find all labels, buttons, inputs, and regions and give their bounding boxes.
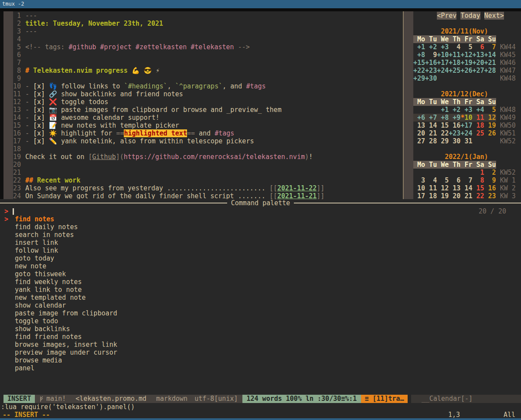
palette-item[interactable]: search in notes: [15, 231, 117, 239]
calendar-day[interactable]: +24: [460, 129, 472, 137]
editor-line[interactable]: 21: [0, 169, 403, 176]
calendar-day[interactable]: +2: [449, 106, 460, 114]
calendar-day[interactable]: +23: [449, 129, 460, 137]
editor-line[interactable]: 23Also see my progress from yesterday ..…: [0, 184, 403, 192]
calendar-day[interactable]: +8: [413, 51, 425, 59]
calendar-day[interactable]: +4: [472, 106, 484, 114]
editor-line[interactable]: 19Check it out on [Github](https://githu…: [0, 153, 403, 161]
calendar-day[interactable]: +30: [425, 75, 437, 82]
git-branch-name[interactable]: main!: [46, 395, 66, 403]
calendar-day[interactable]: 11: [425, 184, 437, 192]
palette-item[interactable]: find daily notes: [15, 223, 117, 231]
calendar-day[interactable]: 13: [413, 122, 425, 129]
calendar-day[interactable]: 26: [484, 129, 496, 137]
calendar-day[interactable]: 11: [472, 114, 484, 122]
editor-line[interactable]: 3---: [0, 27, 403, 35]
palette-item[interactable]: browse images, insert link: [15, 341, 117, 349]
calendar-day[interactable]: 12: [484, 114, 496, 122]
editor-line[interactable]: 22## Recent work: [0, 176, 403, 184]
calendar-day[interactable]: 19: [484, 122, 496, 129]
calendar-day[interactable]: +27: [472, 67, 484, 75]
calendar-day[interactable]: 15: [437, 122, 449, 129]
palette-item[interactable]: goto thisweek: [15, 270, 117, 278]
calendar-day[interactable]: 13: [449, 184, 460, 192]
editor-line[interactable]: 2title: Tuesday, November 23th, 2021: [0, 20, 403, 27]
palette-item[interactable]: goto today: [15, 254, 117, 262]
calendar-day[interactable]: 7: [484, 43, 496, 51]
editor-line[interactable]: 18: [0, 145, 403, 153]
calendar-day[interactable]: 20: [413, 129, 425, 137]
calendar-day[interactable]: 14: [460, 184, 472, 192]
editor-line[interactable]: 15- [x] 📝 new notes with template picker: [0, 122, 403, 129]
calendar-day[interactable]: +8: [437, 114, 449, 122]
calendar-day[interactable]: 14: [425, 122, 437, 129]
calendar-day[interactable]: +22: [413, 67, 425, 75]
calendar-day[interactable]: +9: [449, 114, 460, 122]
palette-prompt-row[interactable]: > 20 / 20: [0, 207, 521, 215]
editor-line[interactable]: 7: [0, 59, 403, 67]
calendar-day[interactable]: 2: [484, 169, 496, 176]
calendar-day[interactable]: 9: [484, 176, 496, 184]
calendar-day[interactable]: 30: [449, 137, 460, 145]
calendar-day[interactable]: +17: [460, 122, 472, 129]
statusline-window-name[interactable]: __Calendar[-]: [411, 395, 521, 403]
calendar-day[interactable]: 4: [425, 176, 437, 184]
palette-item[interactable]: new note: [15, 262, 117, 270]
calendar-day[interactable]: +17: [437, 59, 449, 67]
calendar-day[interactable]: 12: [437, 184, 449, 192]
calendar-day[interactable]: 29: [437, 137, 449, 145]
calendar-day[interactable]: +11: [449, 51, 460, 59]
calendar-day[interactable]: 15: [472, 184, 484, 192]
palette-item[interactable]: yank link to note: [15, 286, 117, 294]
palette-item[interactable]: show calendar: [15, 301, 117, 309]
calendar-day[interactable]: 18: [472, 122, 484, 129]
calendar-day[interactable]: 22: [472, 192, 484, 199]
calendar-day[interactable]: 5: [484, 106, 496, 114]
editor-line[interactable]: 4: [0, 35, 403, 43]
palette-item[interactable]: find friend notes: [15, 333, 117, 341]
calendar-day[interactable]: 10: [413, 184, 425, 192]
calendar-day[interactable]: 7: [460, 176, 472, 184]
calendar-day[interactable]: +24: [437, 67, 449, 75]
editor-line[interactable]: 11- [x] 🔗 show backlinks and friend note…: [0, 90, 403, 98]
editor-pane[interactable]: 1---2title: Tuesday, November 23th, 2021…: [0, 11, 403, 199]
tabline-current-tab[interactable]: ≡ [11]tra…: [361, 395, 407, 403]
calendar-day[interactable]: 27: [413, 137, 425, 145]
calendar-day[interactable]: 28: [425, 137, 437, 145]
calendar-day[interactable]: +12: [460, 51, 472, 59]
calendar-day[interactable]: 3: [413, 176, 425, 184]
editor-line[interactable]: 8# Telekasten.nvim progress 💪 😎 ⚡: [0, 67, 403, 75]
editor-line[interactable]: 20: [0, 161, 403, 169]
calendar-day[interactable]: 25: [472, 129, 484, 137]
calendar-day[interactable]: 16: [484, 184, 496, 192]
calendar-day[interactable]: +26: [460, 67, 472, 75]
palette-item[interactable]: panel: [15, 364, 117, 372]
calendar-day[interactable]: +3: [437, 43, 449, 51]
palette-item[interactable]: follow link: [15, 247, 117, 254]
palette-item[interactable]: insert link: [15, 239, 117, 247]
calendar-day[interactable]: +29: [413, 75, 425, 82]
calendar-day[interactable]: 8: [472, 176, 484, 184]
calendar-day[interactable]: 22: [437, 129, 449, 137]
calendar-day[interactable]: +14: [484, 51, 496, 59]
calendar-day[interactable]: 21: [425, 129, 437, 137]
calendar-day[interactable]: 20: [449, 192, 460, 199]
calendar-day[interactable]: +13: [472, 51, 484, 59]
calendar-day[interactable]: 21: [460, 192, 472, 199]
calendar-day[interactable]: +28: [484, 67, 496, 75]
calendar-day[interactable]: 5: [437, 176, 449, 184]
calendar-day[interactable]: +10: [437, 51, 449, 59]
editor-line[interactable]: 13- [x] 📷 paste images from clipboard or…: [0, 106, 403, 114]
calendar-day[interactable]: 23: [484, 192, 496, 199]
calendar-day[interactable]: +25: [449, 67, 460, 75]
palette-item[interactable]: paste image from clipboard: [15, 309, 117, 317]
calendar-nav-button[interactable]: Today: [460, 12, 480, 20]
editor-line[interactable]: 17- [x] ✏️ yank notelink, also from with…: [0, 137, 403, 145]
calendar-day[interactable]: 18: [425, 192, 437, 199]
palette-item[interactable]: browse media: [15, 356, 117, 364]
tmux-titlebar[interactable]: tmux -2: [0, 0, 521, 8]
calendar-day[interactable]: +7: [425, 114, 437, 122]
calendar-day[interactable]: +15: [413, 59, 425, 67]
calendar-day[interactable]: +16: [425, 59, 437, 67]
calendar-day[interactable]: +1: [437, 106, 449, 114]
